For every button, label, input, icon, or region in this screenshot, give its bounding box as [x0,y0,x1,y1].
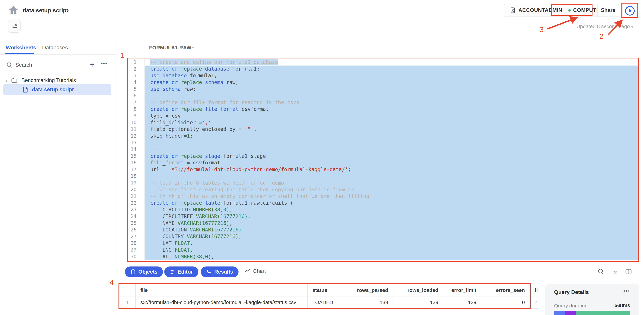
column-header-file[interactable]: file [136,284,308,296]
code-line[interactable]: 29 LNG FLOAT, [128,246,638,253]
column-header-rows-loaded[interactable]: rows_loaded [393,284,443,296]
code-line[interactable]: 10field_delimiter =',' [128,119,638,126]
editor-button[interactable]: Editor [164,266,198,277]
download-icon[interactable] [611,268,619,275]
errors-seen-cell[interactable]: 0 [482,296,530,308]
code-text[interactable]: -- load in the 8 tables we need for our … [144,179,638,186]
tab-worksheets[interactable]: Worksheets [6,45,36,51]
code-text[interactable]: use database formula1; [144,72,638,79]
query-details-more-button[interactable]: ••• [624,288,630,293]
code-text[interactable]: field_optionally_enclosed_by = '"', [144,126,638,133]
code-text[interactable]: create or replace database formula1; [144,66,638,72]
code-line[interactable]: 9type = csv [128,112,638,119]
code-line[interactable]: 14-- [128,146,638,153]
code-line[interactable]: 25 NAME VARCHAR(16777216), [128,220,638,226]
code-line[interactable]: 17url = 's3://formula1-dbt-cloud-python-… [128,166,638,173]
code-text[interactable]: LNG FLOAT, [144,246,638,253]
code-line[interactable]: 20-- we are first creating the table the… [128,186,638,193]
context-caret-icon[interactable]: ▾ [192,45,194,50]
code-line[interactable]: 23 CIRCUITID NUMBER(38,0), [128,206,638,213]
code-text[interactable]: LAT FLOAT, [144,240,638,247]
results-button[interactable]: Results [201,266,238,277]
code-text[interactable]: use schema raw; [144,86,638,92]
column-header-status[interactable]: status [308,284,342,296]
code-line[interactable]: 16file_format = csvformat [128,159,638,166]
code-line[interactable]: 13 [128,139,638,146]
column-header-rows-parsed[interactable]: rows_parsed [342,284,393,296]
code-line[interactable]: 2create or replace database formula1; [128,66,638,72]
table-row[interactable]: 1 s3://formula1-dbt-cloud-python-demo/fo… [120,296,539,308]
code-text[interactable]: create or replace schema raw; [144,79,638,86]
code-text[interactable]: CIRCUITID NUMBER(38,0), [144,206,638,213]
code-text[interactable]: NAME VARCHAR(16777216), [144,220,638,226]
rows-parsed-cell[interactable]: 139 [342,296,393,308]
code-text[interactable]: create or replace file format csvformat [144,106,638,113]
column-header-errors-seen[interactable]: errors_seen [482,284,530,296]
code-text[interactable]: -- create and define our formula1 databa… [144,59,638,66]
sidebar-item-worksheet-selected[interactable]: data setup script [3,84,111,95]
code-line[interactable]: 19-- load in the 8 tables we need for ou… [128,179,638,186]
worksheet-title[interactable]: data setup script [22,7,68,14]
code-text[interactable]: -- [144,146,638,153]
code-text[interactable]: -- think of this as an empty container o… [144,193,638,200]
sql-editor[interactable]: 1-- create and define our formula1 datab… [128,59,638,261]
code-text[interactable]: -- we are first creating the table then … [144,186,638,193]
code-line[interactable]: 6 [128,92,638,99]
share-button[interactable]: Share [597,4,619,17]
code-line[interactable]: 1-- create and define our formula1 datab… [128,59,638,66]
code-text[interactable] [144,92,638,99]
code-line[interactable]: 27 COUNTRY VARCHAR(16777216), [128,233,638,240]
worksheet-context-selector[interactable]: FORMULA1.RAW [149,45,192,51]
code-line[interactable]: 30 ALT NUMBER(38,0), [128,253,638,260]
objects-button[interactable]: Objects [125,266,163,277]
search-input[interactable] [16,61,80,69]
results-search-icon[interactable] [597,268,604,275]
code-line[interactable]: 4create or replace schema raw; [128,79,638,86]
chevron-right-icon[interactable]: › [6,77,8,84]
status-cell[interactable]: LOADED [308,296,342,308]
code-text[interactable]: -- define our file format for reading in… [144,99,638,106]
title-caret-icon[interactable]: ▾ [67,8,69,13]
truncated-cell[interactable]: n [530,296,539,308]
code-line[interactable]: 3use database formula1; [128,72,638,79]
code-line[interactable]: 24 CIRCUITREF VARCHAR(16777216), [128,213,638,220]
code-line[interactable]: 15create or replace stage formula1_stage [128,153,638,159]
code-text[interactable] [144,139,638,146]
code-line[interactable]: 18 [128,173,638,180]
code-text[interactable]: field_delimiter =',' [144,119,638,126]
sidebar-more-button[interactable]: ••• [101,61,108,66]
rows-loaded-cell[interactable]: 139 [393,296,443,308]
code-line[interactable]: 21-- think of this as an empty container… [128,193,638,200]
code-line[interactable]: 8create or replace file format csvformat [128,106,638,113]
code-line[interactable]: 5use schema raw; [128,86,638,92]
code-line[interactable]: 11field_optionally_enclosed_by = '"', [128,126,638,133]
run-button[interactable] [623,5,637,17]
file-cell[interactable]: s3://formula1-dbt-cloud-python-demo/form… [136,296,308,308]
updated-status[interactable]: Updated 8 seconds ago ▾ [556,24,633,29]
code-text[interactable]: COUNTRY VARCHAR(16777216), [144,233,638,240]
code-text[interactable]: skip_header=1; [144,133,638,139]
code-text[interactable]: file_format = csvformat [144,159,638,166]
code-line[interactable]: 12skip_header=1; [128,133,638,139]
code-text[interactable]: LOCATION VARCHAR(16777216), [144,226,638,233]
code-text[interactable]: create or replace stage formula1_stage [144,153,638,159]
tab-databases[interactable]: Databases [42,45,68,51]
code-text[interactable]: CIRCUITREF VARCHAR(16777216), [144,213,638,220]
error-limit-cell[interactable]: 139 [443,296,482,308]
code-line[interactable]: 22create or replace table formula1.raw.c… [128,200,638,206]
column-header-truncated[interactable]: fi [530,284,539,296]
home-icon[interactable] [8,5,19,16]
code-text[interactable]: ALT NUMBER(38,0), [144,253,638,260]
code-line[interactable]: 26 LOCATION VARCHAR(16777216), [128,226,638,233]
code-text[interactable] [144,173,638,180]
split-columns-icon[interactable] [625,268,632,275]
code-text[interactable]: type = csv [144,112,638,119]
code-line[interactable]: 7-- define our file format for reading i… [128,99,638,106]
role-badge[interactable]: ACCOUNTADMIN [518,7,562,13]
chart-toggle[interactable]: Chart [244,268,266,274]
add-worksheet-button[interactable]: + [90,60,94,69]
filters-button[interactable] [8,20,21,33]
code-text[interactable]: create or replace table formula1.raw.cir… [144,200,638,206]
code-line[interactable]: 28 LAT FLOAT, [128,240,638,247]
column-header-error-limit[interactable]: error_limit [443,284,482,296]
